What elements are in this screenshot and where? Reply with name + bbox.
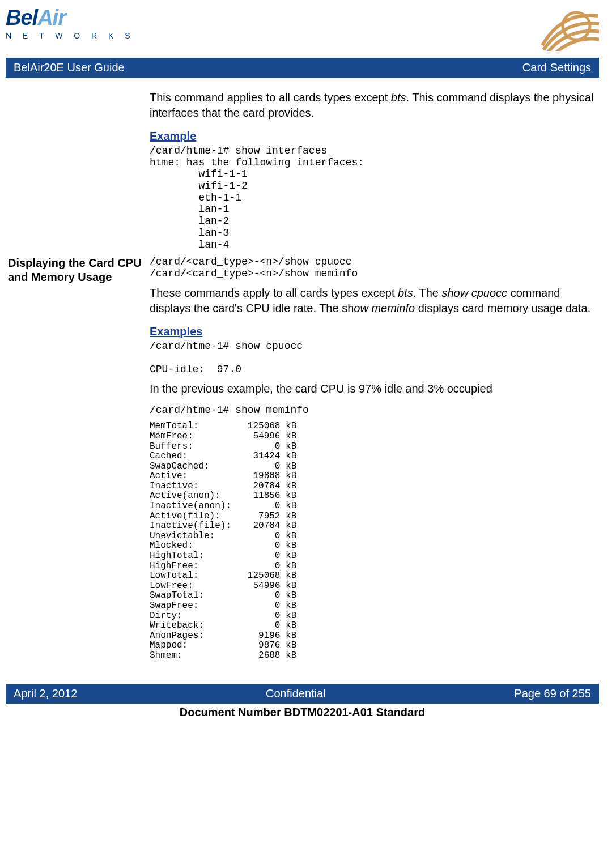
- s2-mid1: . The: [413, 287, 442, 299]
- intro-text: This command applies to all cards types …: [150, 90, 599, 121]
- ex2-para: In the previous example, the card CPU is…: [150, 381, 599, 397]
- ex2-code1: /card/htme-1# show cpuocc CPU-idle: 97.0: [150, 340, 599, 376]
- logo-part1: Bel: [6, 6, 37, 30]
- s2-bts: bts: [398, 287, 413, 299]
- s2-pre: These commands apply to all cards types …: [150, 287, 398, 299]
- logo: BelAir N E T W O R K S: [6, 6, 135, 40]
- example-heading-1: Example: [150, 129, 599, 144]
- footer-banner: April 2, 2012 Confidential Page 69 of 25…: [6, 684, 599, 704]
- example1-code: /card/htme-1# show interfaces htme: has …: [150, 145, 599, 250]
- document-number: Document Number BDTM02201-A01 Standard: [6, 704, 599, 723]
- section2-block: Displaying the Card CPU and Memory Usage…: [6, 256, 599, 666]
- logo-part2: Air: [37, 6, 66, 30]
- side-heading-cpu: Displaying the Card CPU and Memory Usage: [6, 256, 150, 284]
- section-title: Card Settings: [522, 61, 591, 74]
- ex2-code2: /card/htme-1# show meminfo: [150, 404, 599, 416]
- syntax-code: /card/<card_type>-<n>/show cpuocc /card/…: [150, 256, 599, 279]
- swirl-icon: [531, 6, 599, 53]
- examples-heading: Examples: [150, 324, 599, 339]
- s2-cpuocc: show cpuocc: [441, 287, 507, 299]
- intro-bts: bts: [391, 91, 406, 104]
- guide-title: BelAir20E User Guide: [14, 61, 125, 74]
- intro-pre: This command applies to all cards types …: [150, 91, 391, 104]
- intro-main: This command applies to all cards types …: [150, 88, 599, 256]
- ex2-code3: MemTotal: 125068 kB MemFree: 54996 kB Bu…: [150, 421, 599, 661]
- section2-para: These commands apply to all cards types …: [150, 286, 599, 316]
- section2-main: /card/<card_type>-<n>/show cpuocc /card/…: [150, 256, 599, 666]
- footer-date: April 2, 2012: [14, 687, 77, 700]
- intro-block: This command applies to all cards types …: [6, 88, 599, 256]
- s2-meminfo: ow meminfo: [354, 302, 415, 314]
- s2-post: displays card memory usage data.: [415, 302, 590, 314]
- page-header: BelAir N E T W O R K S: [6, 0, 599, 58]
- footer-confidential: Confidential: [266, 687, 326, 700]
- logo-sub: N E T W O R K S: [6, 31, 135, 40]
- footer-page: Page 69 of 255: [514, 687, 591, 700]
- logo-wordmark: BelAir: [6, 6, 135, 30]
- title-banner: BelAir20E User Guide Card Settings: [6, 58, 599, 78]
- page: BelAir N E T W O R K S BelAir20E User Gu…: [0, 0, 616, 723]
